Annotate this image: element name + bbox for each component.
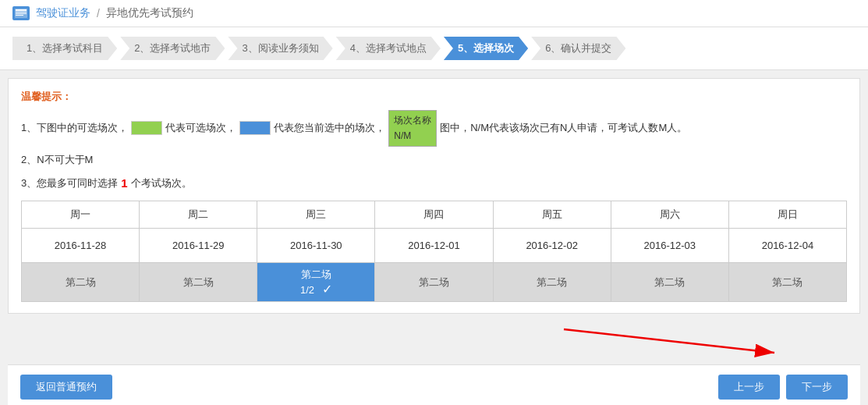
date-cell: 2016-12-02 [493, 229, 611, 263]
session-cell: 第二场 [22, 263, 140, 302]
col-header: 周六 [611, 201, 728, 229]
footer-right: 上一步 下一步 [718, 375, 848, 400]
step-step5[interactable]: 5、选择场次 [444, 37, 528, 60]
header-subtitle: 异地优先考试预约 [106, 6, 193, 20]
warn-item-1: 1、下图中的可选场次， 代表可选场次， 代表您当前选中的场次， 场次名称N/M … [21, 110, 847, 147]
warn-item-3: 3、您最多可同时选择 1 个考试场次。 [21, 173, 847, 194]
col-header: 周二 [140, 201, 257, 229]
warn3-post: 个考试场次。 [131, 175, 192, 192]
prev-button[interactable]: 上一步 [718, 375, 780, 400]
next-button[interactable]: 下一步 [786, 375, 848, 400]
steps-bar: 1、选择考试科目2、选择考试地市3、阅读业务须知4、选择考试地点5、选择场次6、… [0, 27, 868, 70]
warn1-mid: 代表可选场次， [165, 119, 236, 137]
col-header: 周日 [728, 201, 846, 229]
session-cell: 第二场 [493, 263, 611, 302]
col-header: 周一 [22, 201, 140, 229]
warn3-num: 1 [121, 173, 127, 194]
svg-rect-3 [16, 13, 27, 14]
step-step2[interactable]: 2、选择考试地市 [120, 37, 225, 60]
date-cell: 2016-11-28 [22, 229, 140, 263]
warn-title: 温馨提示： [21, 90, 847, 104]
svg-rect-2 [16, 12, 27, 12]
warn-item-2: 2、N不可大于M [21, 151, 847, 169]
color-green [131, 121, 162, 135]
field-tag: 场次名称N/M [388, 110, 437, 147]
session-cell[interactable]: 第二场1/2 ✓ [257, 263, 375, 302]
warn2-text: 2、N不可大于M [21, 151, 93, 169]
session-cell: 第二场 [375, 263, 493, 302]
session-cell: 第二场 [728, 263, 846, 302]
arrow-area [8, 322, 860, 364]
date-cell: 2016-12-03 [611, 229, 728, 263]
date-cell: 2016-12-01 [375, 229, 493, 263]
col-header: 周五 [493, 201, 611, 229]
step-step1[interactable]: 1、选择考试科目 [12, 37, 117, 60]
red-arrow-svg [548, 322, 798, 361]
warn1-mid2: 代表您当前选中的场次， [274, 119, 385, 137]
color-blue [239, 121, 271, 135]
date-cell: 2016-11-30 [257, 229, 375, 263]
return-button[interactable]: 返回普通预约 [20, 375, 112, 400]
date-cell: 2016-11-29 [140, 229, 257, 263]
date-row: 2016-11-282016-11-292016-11-302016-12-01… [22, 229, 847, 263]
step-step4[interactable]: 4、选择考试地点 [336, 37, 441, 60]
step-step3[interactable]: 3、阅读业务须知 [228, 37, 332, 60]
session-cell: 第二场 [140, 263, 257, 302]
session-cell: 第二场 [611, 263, 728, 302]
col-header: 周三 [257, 201, 375, 229]
svg-rect-4 [16, 15, 23, 16]
warn1-pre: 1、下图中的可选场次， [21, 119, 128, 137]
footer: 返回普通预约 上一步 下一步 [8, 364, 860, 405]
warn1-post: 图中，N/M代表该场次已有N人申请，可考试人数M人。 [440, 119, 687, 137]
date-cell: 2016-12-04 [728, 229, 846, 263]
table-header-row: 周一周二周三周四周五周六周日 [22, 201, 847, 229]
header-icon [12, 6, 30, 20]
header-title: 驾驶证业务 [36, 6, 90, 20]
main-content: 温馨提示： 1、下图中的可选场次， 代表可选场次， 代表您当前选中的场次， 场次… [8, 78, 860, 314]
col-header: 周四 [375, 201, 493, 229]
svg-rect-1 [16, 9, 27, 11]
header: 驾驶证业务 / 异地优先考试预约 [0, 0, 868, 27]
step-step6[interactable]: 6、确认并提交 [531, 37, 625, 60]
header-separator: / [97, 7, 100, 20]
schedule-table: 周一周二周三周四周五周六周日 2016-11-282016-11-292016-… [21, 201, 847, 302]
svg-line-6 [564, 329, 774, 353]
session-row: 第二场第二场第二场1/2 ✓第二场第二场第二场第二场 [22, 263, 847, 302]
warn3-pre: 3、您最多可同时选择 [21, 175, 118, 192]
